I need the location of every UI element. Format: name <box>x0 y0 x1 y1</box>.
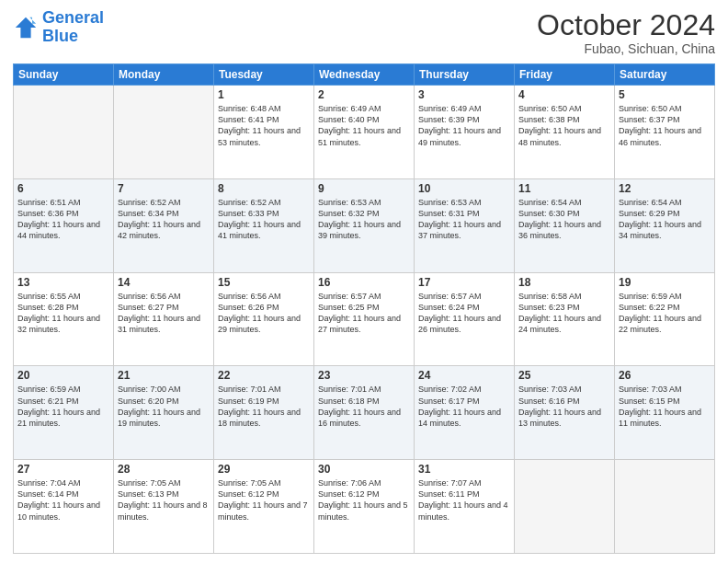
col-wednesday: Wednesday <box>314 64 415 86</box>
calendar-week-row: 6Sunrise: 6:51 AM Sunset: 6:36 PM Daylig… <box>14 178 715 272</box>
day-number: 26 <box>619 369 711 382</box>
day-info: Sunrise: 7:05 AM Sunset: 6:12 PM Dayligh… <box>218 477 310 523</box>
day-number: 10 <box>418 182 510 195</box>
logo-icon <box>13 15 39 40</box>
col-friday: Friday <box>515 64 615 86</box>
day-number: 8 <box>218 182 310 195</box>
day-info: Sunrise: 6:52 AM Sunset: 6:33 PM Dayligh… <box>218 197 310 242</box>
table-row: 11Sunrise: 6:54 AM Sunset: 6:30 PM Dayli… <box>515 178 615 272</box>
day-info: Sunrise: 6:55 AM Sunset: 6:28 PM Dayligh… <box>17 291 109 336</box>
day-info: Sunrise: 6:54 AM Sunset: 6:30 PM Dayligh… <box>518 197 610 242</box>
day-number: 29 <box>218 463 310 476</box>
day-info: Sunrise: 6:48 AM Sunset: 6:41 PM Dayligh… <box>218 103 310 148</box>
logo-general: General <box>42 8 104 27</box>
table-row: 26Sunrise: 7:03 AM Sunset: 6:15 PM Dayli… <box>615 366 715 460</box>
day-info: Sunrise: 6:58 AM Sunset: 6:23 PM Dayligh… <box>518 291 610 336</box>
table-row: 24Sunrise: 7:02 AM Sunset: 6:17 PM Dayli… <box>415 366 515 460</box>
day-number: 14 <box>118 276 210 289</box>
day-number: 12 <box>619 182 711 195</box>
table-row: 3Sunrise: 6:49 AM Sunset: 6:39 PM Daylig… <box>415 86 515 179</box>
table-row: 10Sunrise: 6:53 AM Sunset: 6:31 PM Dayli… <box>415 178 515 272</box>
day-info: Sunrise: 7:03 AM Sunset: 6:15 PM Dayligh… <box>619 384 711 429</box>
day-number: 11 <box>518 182 610 195</box>
day-info: Sunrise: 6:49 AM Sunset: 6:39 PM Dayligh… <box>418 103 510 148</box>
day-info: Sunrise: 7:04 AM Sunset: 6:14 PM Dayligh… <box>17 477 109 523</box>
col-saturday: Saturday <box>615 64 715 86</box>
day-number: 22 <box>218 369 310 382</box>
day-number: 20 <box>17 369 109 382</box>
table-row: 16Sunrise: 6:57 AM Sunset: 6:25 PM Dayli… <box>314 272 415 366</box>
table-row <box>615 460 715 554</box>
table-row <box>515 460 615 554</box>
day-number: 24 <box>418 369 510 382</box>
day-info: Sunrise: 7:07 AM Sunset: 6:11 PM Dayligh… <box>418 477 510 523</box>
title-block: October 2024 Fubao, Sichuan, China <box>537 9 715 56</box>
col-tuesday: Tuesday <box>214 64 314 86</box>
day-number: 13 <box>17 276 109 289</box>
day-number: 6 <box>17 182 109 195</box>
day-info: Sunrise: 7:01 AM Sunset: 6:18 PM Dayligh… <box>318 384 410 429</box>
day-number: 28 <box>118 463 210 476</box>
table-row: 5Sunrise: 6:50 AM Sunset: 6:37 PM Daylig… <box>615 86 715 179</box>
table-row: 28Sunrise: 7:05 AM Sunset: 6:13 PM Dayli… <box>114 460 214 554</box>
table-row: 21Sunrise: 7:00 AM Sunset: 6:20 PM Dayli… <box>114 366 214 460</box>
calendar-week-row: 13Sunrise: 6:55 AM Sunset: 6:28 PM Dayli… <box>14 272 715 366</box>
day-number: 3 <box>418 88 510 101</box>
day-number: 16 <box>318 276 410 289</box>
location: Fubao, Sichuan, China <box>537 41 715 56</box>
day-info: Sunrise: 6:51 AM Sunset: 6:36 PM Dayligh… <box>17 197 109 242</box>
table-row: 2Sunrise: 6:49 AM Sunset: 6:40 PM Daylig… <box>314 86 415 179</box>
day-info: Sunrise: 6:56 AM Sunset: 6:26 PM Dayligh… <box>218 291 310 336</box>
day-info: Sunrise: 6:57 AM Sunset: 6:25 PM Dayligh… <box>318 291 410 336</box>
day-info: Sunrise: 7:05 AM Sunset: 6:13 PM Dayligh… <box>118 477 210 523</box>
table-row: 8Sunrise: 6:52 AM Sunset: 6:33 PM Daylig… <box>214 178 314 272</box>
table-row <box>114 86 214 179</box>
day-info: Sunrise: 7:06 AM Sunset: 6:12 PM Dayligh… <box>318 477 410 523</box>
day-number: 23 <box>318 369 410 382</box>
day-info: Sunrise: 7:00 AM Sunset: 6:20 PM Dayligh… <box>118 384 210 429</box>
day-number: 9 <box>318 182 410 195</box>
table-row: 18Sunrise: 6:58 AM Sunset: 6:23 PM Dayli… <box>515 272 615 366</box>
table-row: 29Sunrise: 7:05 AM Sunset: 6:12 PM Dayli… <box>214 460 314 554</box>
table-row: 20Sunrise: 6:59 AM Sunset: 6:21 PM Dayli… <box>14 366 114 460</box>
svg-marker-0 <box>16 17 36 38</box>
table-row: 27Sunrise: 7:04 AM Sunset: 6:14 PM Dayli… <box>14 460 114 554</box>
table-row: 4Sunrise: 6:50 AM Sunset: 6:38 PM Daylig… <box>515 86 615 179</box>
table-row: 13Sunrise: 6:55 AM Sunset: 6:28 PM Dayli… <box>14 272 114 366</box>
table-row: 23Sunrise: 7:01 AM Sunset: 6:18 PM Dayli… <box>314 366 415 460</box>
table-row: 30Sunrise: 7:06 AM Sunset: 6:12 PM Dayli… <box>314 460 415 554</box>
day-info: Sunrise: 7:02 AM Sunset: 6:17 PM Dayligh… <box>418 384 510 429</box>
day-number: 19 <box>619 276 711 289</box>
calendar-week-row: 20Sunrise: 6:59 AM Sunset: 6:21 PM Dayli… <box>14 366 715 460</box>
day-info: Sunrise: 6:54 AM Sunset: 6:29 PM Dayligh… <box>619 197 711 242</box>
page: General Blue October 2024 Fubao, Sichuan… <box>0 0 728 563</box>
calendar-table: Sunday Monday Tuesday Wednesday Thursday… <box>13 63 715 554</box>
header: General Blue October 2024 Fubao, Sichuan… <box>13 9 715 56</box>
day-info: Sunrise: 6:53 AM Sunset: 6:31 PM Dayligh… <box>418 197 510 242</box>
day-info: Sunrise: 6:59 AM Sunset: 6:21 PM Dayligh… <box>17 384 109 429</box>
col-thursday: Thursday <box>415 64 515 86</box>
day-number: 4 <box>518 88 610 101</box>
day-info: Sunrise: 6:53 AM Sunset: 6:32 PM Dayligh… <box>318 197 410 242</box>
month-title: October 2024 <box>537 9 715 41</box>
table-row: 15Sunrise: 6:56 AM Sunset: 6:26 PM Dayli… <box>214 272 314 366</box>
table-row: 9Sunrise: 6:53 AM Sunset: 6:32 PM Daylig… <box>314 178 415 272</box>
day-info: Sunrise: 6:56 AM Sunset: 6:27 PM Dayligh… <box>118 291 210 336</box>
table-row: 19Sunrise: 6:59 AM Sunset: 6:22 PM Dayli… <box>615 272 715 366</box>
table-row: 12Sunrise: 6:54 AM Sunset: 6:29 PM Dayli… <box>615 178 715 272</box>
calendar-header-row: Sunday Monday Tuesday Wednesday Thursday… <box>14 64 715 86</box>
day-number: 5 <box>619 88 711 101</box>
logo-blue: Blue <box>42 27 78 45</box>
day-number: 27 <box>17 463 109 476</box>
logo: General Blue <box>13 9 104 46</box>
table-row: 6Sunrise: 6:51 AM Sunset: 6:36 PM Daylig… <box>14 178 114 272</box>
table-row: 22Sunrise: 7:01 AM Sunset: 6:19 PM Dayli… <box>214 366 314 460</box>
calendar-week-row: 27Sunrise: 7:04 AM Sunset: 6:14 PM Dayli… <box>14 460 715 554</box>
day-number: 21 <box>118 369 210 382</box>
day-info: Sunrise: 7:01 AM Sunset: 6:19 PM Dayligh… <box>218 384 310 429</box>
day-info: Sunrise: 7:03 AM Sunset: 6:16 PM Dayligh… <box>518 384 610 429</box>
table-row: 31Sunrise: 7:07 AM Sunset: 6:11 PM Dayli… <box>415 460 515 554</box>
day-number: 18 <box>518 276 610 289</box>
day-number: 25 <box>518 369 610 382</box>
day-number: 2 <box>318 88 410 101</box>
